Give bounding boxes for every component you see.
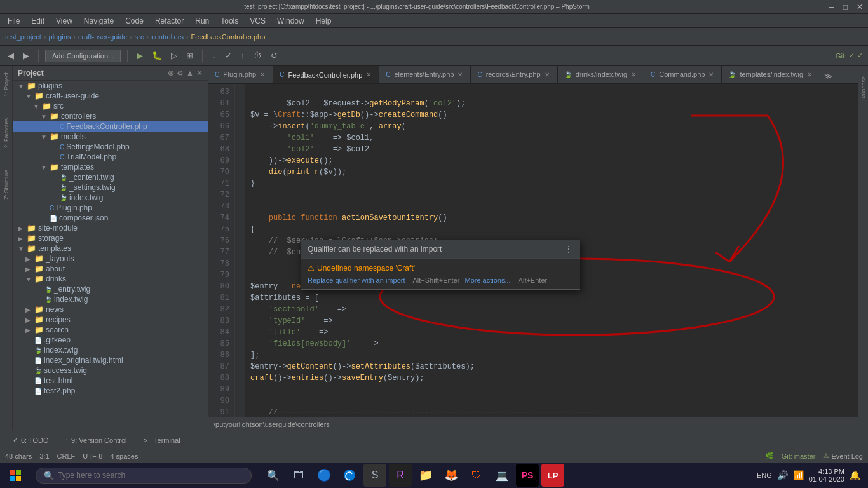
tab-feedbackcontroller[interactable]: C FeedbackController.php ✕ xyxy=(273,66,379,83)
tree-item-index-twig-inner[interactable]: 🍃 index.twig xyxy=(13,193,208,203)
tree-item-plugin-php[interactable]: C Plugin.php xyxy=(13,203,208,213)
debug-btn[interactable]: 🐛 xyxy=(149,50,165,62)
close-btn[interactable]: ✕ xyxy=(857,3,863,11)
menu-refactor[interactable]: Refactor xyxy=(150,15,189,27)
back-btn[interactable]: ◀ xyxy=(5,50,17,62)
forward-btn[interactable]: ▶ xyxy=(20,50,32,62)
right-tab-database[interactable]: Database xyxy=(859,71,868,106)
taskbar-app-brave[interactable]: 🛡 xyxy=(465,464,488,487)
taskbar-app-rider[interactable]: R xyxy=(389,464,412,487)
taskbar-app-lastpass[interactable]: LP xyxy=(541,464,564,487)
tree-item-settings-twig[interactable]: 🍃 _settings.twig xyxy=(13,182,208,193)
tree-item-about[interactable]: ▶📁 about xyxy=(13,264,208,274)
side-tab-favorites[interactable]: 2: Favorites xyxy=(2,114,11,152)
nav-plugins[interactable]: plugins xyxy=(49,33,71,41)
vcs-commit-btn[interactable]: ✓ xyxy=(222,50,234,62)
tree-item-templates-inner[interactable]: ▼📁 templates xyxy=(13,162,208,172)
tree-item-entry-twig[interactable]: 🍃 _entry.twig xyxy=(13,284,208,294)
tree-item-templates-root[interactable]: ▼📁 templates xyxy=(13,243,208,254)
sidebar-close-icon[interactable]: ✕ xyxy=(196,69,203,78)
status-indent[interactable]: 4 spaces xyxy=(110,452,138,460)
nav-controllers[interactable]: controllers xyxy=(151,33,184,41)
tree-item-src[interactable]: ▼📁 src xyxy=(13,101,208,111)
maximize-btn[interactable]: □ xyxy=(843,3,848,11)
menu-window[interactable]: Window xyxy=(272,15,309,27)
tab-elements-entry-close[interactable]: ✕ xyxy=(458,71,463,78)
tree-item-test-html[interactable]: 📄 test.html xyxy=(13,376,208,386)
start-button[interactable] xyxy=(0,463,31,488)
taskbar-app-taskview[interactable]: 🗔 xyxy=(287,464,310,487)
nav-src[interactable]: src xyxy=(135,33,144,41)
tree-item-drinks[interactable]: ▼📁 drinks xyxy=(13,274,208,284)
tab-plugin-php[interactable]: C Plugin.php ✕ xyxy=(208,66,273,83)
menu-view[interactable]: View xyxy=(51,15,78,27)
taskbar-app-firefox[interactable]: 🦊 xyxy=(440,464,463,487)
status-encoding[interactable]: UTF-8 xyxy=(83,452,102,460)
tab-command[interactable]: C Command.php ✕ xyxy=(644,66,722,83)
tab-plugin-php-close[interactable]: ✕ xyxy=(260,71,265,78)
taskbar-volume-icon[interactable]: 🔊 xyxy=(777,470,788,480)
menu-edit[interactable]: Edit xyxy=(26,15,50,27)
tree-item-content-twig[interactable]: 🍃 _content.twig xyxy=(13,172,208,182)
popup-menu-icon[interactable]: ⋮ xyxy=(564,244,573,254)
tree-item-index-twig-drinks[interactable]: 🍃 index.twig xyxy=(13,294,208,304)
vcs-revert-btn[interactable]: ↺ xyxy=(268,50,280,62)
menu-run[interactable]: Run xyxy=(190,15,214,27)
menu-navigate[interactable]: Navigate xyxy=(79,15,119,27)
vcs-update-btn[interactable]: ↓ xyxy=(209,50,219,62)
tree-item-settingsmodel[interactable]: C SettingsModel.php xyxy=(13,142,208,152)
menu-tools[interactable]: Tools xyxy=(215,15,243,27)
run-btn[interactable]: ▶ xyxy=(134,50,146,62)
tab-command-close[interactable]: ✕ xyxy=(709,71,714,78)
tab-records-entry[interactable]: C records\Entry.php ✕ xyxy=(471,66,557,83)
nav-project[interactable]: test_project xyxy=(5,33,41,41)
tree-item-search[interactable]: ▶📁 search xyxy=(13,325,208,335)
tab-overflow-btn[interactable]: ≫ xyxy=(820,69,836,83)
coverage-btn[interactable]: ▷ xyxy=(168,50,180,62)
tree-item-craft-user-guide[interactable]: ▼📁 craft-user-guide xyxy=(13,91,208,101)
tab-drinks-index[interactable]: 🍃 drinks/index.twig ✕ xyxy=(558,66,644,83)
tree-item-index-twig-root[interactable]: 🍃 index.twig xyxy=(13,345,208,355)
popup-action-more[interactable]: More actions... xyxy=(465,276,510,284)
tree-item-feedbackcontroller[interactable]: C FeedbackController.php xyxy=(13,121,208,132)
vcs-history-btn[interactable]: ⏱ xyxy=(251,50,264,62)
menu-file[interactable]: File xyxy=(3,15,25,27)
popup-action-replace[interactable]: Replace qualifier with an import xyxy=(308,276,405,284)
taskbar-app-search[interactable]: 🔍 xyxy=(262,464,285,487)
taskbar-search[interactable]: 🔍 xyxy=(36,468,252,484)
taskbar-app-chrome[interactable]: 🔵 xyxy=(313,464,336,487)
tab-templates-index-close[interactable]: ✕ xyxy=(807,71,812,78)
profile-btn[interactable]: ⊞ xyxy=(184,50,196,62)
tree-item-index-original[interactable]: 📄 index_original.twig.html xyxy=(13,355,208,365)
bottom-tab-terminal[interactable]: >_ Terminal xyxy=(136,434,188,447)
taskbar-app-filezilla[interactable]: S xyxy=(363,464,386,487)
tab-templates-index[interactable]: 🍃 templates/index.twig ✕ xyxy=(722,66,820,83)
sidebar-collapse-icon[interactable]: ▲ xyxy=(186,69,194,78)
menu-help[interactable]: Help xyxy=(311,15,337,27)
tree-item-test2-php[interactable]: 📄 test2.php xyxy=(13,386,208,396)
taskbar-app-steam[interactable]: 💻 xyxy=(491,464,513,487)
tree-item-trialmodel[interactable]: C TrialModel.php xyxy=(13,152,208,162)
menu-vcs[interactable]: VCS xyxy=(245,15,271,27)
tab-records-entry-close[interactable]: ✕ xyxy=(545,71,550,78)
tree-item-layouts[interactable]: ▶📁 _layouts xyxy=(13,254,208,264)
minimize-btn[interactable]: ─ xyxy=(829,3,834,11)
code-editor[interactable]: 6364656667 6869707172 7374757677 7879808… xyxy=(208,84,858,417)
taskbar-search-input[interactable] xyxy=(58,471,243,480)
menu-code[interactable]: Code xyxy=(120,15,149,27)
tree-item-plugins[interactable]: ▼📁 plugins xyxy=(13,81,208,91)
add-config-btn[interactable]: Add Configuration... xyxy=(45,50,121,62)
sidebar-add-icon[interactable]: ⊕ xyxy=(168,69,174,78)
status-event-log[interactable]: ⚠ Event Log xyxy=(823,452,863,460)
side-tab-structure[interactable]: Z: Structure xyxy=(2,166,11,203)
tree-item-models[interactable]: ▼📁 models xyxy=(13,132,208,142)
nav-craft-user-guide[interactable]: craft-user-guide xyxy=(78,33,127,41)
side-tab-project[interactable]: 1: Project xyxy=(2,69,11,100)
taskbar-app-folder[interactable]: 📁 xyxy=(414,464,437,487)
tree-item-composer-json[interactable]: 📄 composer.json xyxy=(13,213,208,223)
tree-item-storage[interactable]: ▶📁 storage xyxy=(13,233,208,243)
sidebar-gear-icon[interactable]: ⚙ xyxy=(177,69,184,78)
taskbar-app-edge[interactable] xyxy=(338,464,361,487)
taskbar-app-phpstorm[interactable]: PS xyxy=(516,464,539,487)
tab-drinks-index-close[interactable]: ✕ xyxy=(631,71,636,78)
